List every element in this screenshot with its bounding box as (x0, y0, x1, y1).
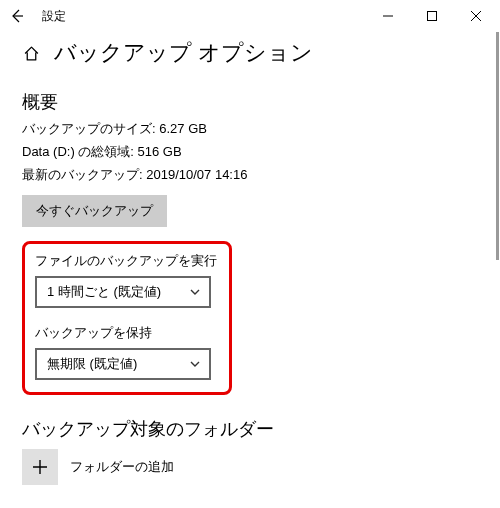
backup-size-line: バックアップのサイズ: 6.27 GB (22, 120, 478, 138)
highlight-annotation: ファイルのバックアップを実行 1 時間ごと (既定値) バックアップを保持 無期… (22, 241, 232, 395)
svg-rect-0 (428, 12, 437, 21)
scrollbar[interactable] (496, 32, 499, 260)
frequency-label: ファイルのバックアップを実行 (35, 252, 219, 270)
window-title: 設定 (42, 8, 66, 25)
retention-value: 無期限 (既定値) (47, 355, 137, 373)
retention-dropdown[interactable]: 無期限 (既定値) (35, 348, 211, 380)
close-icon (471, 11, 481, 21)
minimize-button[interactable] (366, 1, 410, 31)
frequency-dropdown[interactable]: 1 時間ごと (既定値) (35, 276, 211, 308)
page-title: バックアップ オプション (54, 38, 313, 68)
add-folder-label: フォルダーの追加 (70, 458, 174, 476)
plus-icon (31, 458, 49, 476)
back-button[interactable] (6, 5, 28, 27)
add-folder-button[interactable] (22, 449, 58, 485)
chevron-down-icon (189, 358, 201, 370)
home-icon (23, 45, 40, 62)
close-button[interactable] (454, 1, 498, 31)
maximize-button[interactable] (410, 1, 454, 31)
content-area: バックアップ オプション 概要 バックアップのサイズ: 6.27 GB Data… (0, 32, 500, 508)
folders-heading: バックアップ対象のフォルダー (22, 417, 478, 441)
chevron-down-icon (189, 286, 201, 298)
arrow-left-icon (9, 8, 25, 24)
frequency-value: 1 時間ごと (既定値) (47, 283, 161, 301)
retention-label: バックアップを保持 (35, 324, 219, 342)
minimize-icon (383, 11, 393, 21)
last-backup-line: 最新のバックアップ: 2019/10/07 14:16 (22, 166, 478, 184)
home-button[interactable] (22, 44, 40, 62)
maximize-icon (427, 11, 437, 21)
titlebar: 設定 (0, 0, 500, 32)
backup-now-button[interactable]: 今すぐバックアップ (22, 195, 167, 227)
overview-heading: 概要 (22, 90, 478, 114)
drive-space-line: Data (D:) の総領域: 516 GB (22, 143, 478, 161)
